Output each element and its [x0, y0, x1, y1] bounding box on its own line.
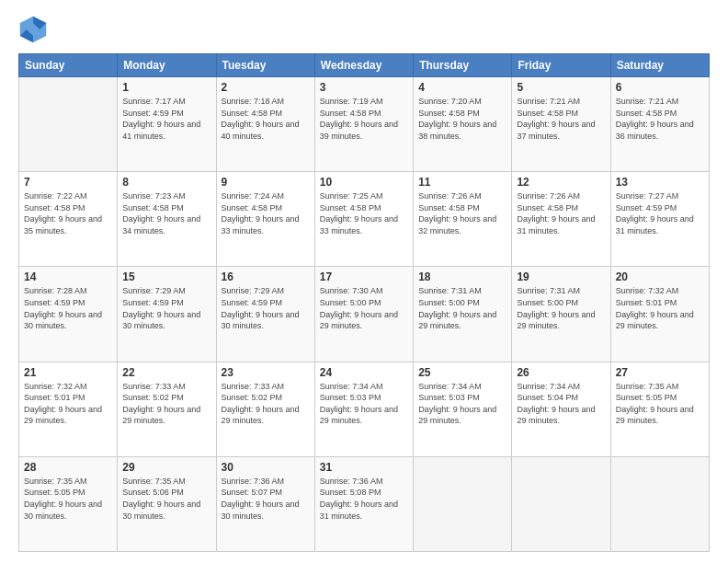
day-number: 30 [222, 461, 310, 474]
day-info: Sunrise: 7:32 AMSunset: 5:01 PMDaylight:… [24, 381, 112, 427]
day-info: Sunrise: 7:34 AMSunset: 5:03 PMDaylight:… [320, 381, 408, 427]
day-number: 6 [616, 81, 704, 94]
calendar-cell: 25Sunrise: 7:34 AMSunset: 5:03 PMDayligh… [414, 362, 512, 456]
calendar-cell: 30Sunrise: 7:36 AMSunset: 5:07 PMDayligh… [216, 456, 314, 551]
day-info: Sunrise: 7:33 AMSunset: 5:02 PMDaylight:… [222, 381, 310, 427]
header [18, 15, 710, 44]
day-number: 14 [24, 270, 112, 283]
calendar-cell: 20Sunrise: 7:32 AMSunset: 5:01 PMDayligh… [610, 267, 709, 362]
calendar-cell: 16Sunrise: 7:29 AMSunset: 4:59 PMDayligh… [216, 267, 314, 362]
calendar-cell: 28Sunrise: 7:35 AMSunset: 5:05 PMDayligh… [19, 456, 118, 551]
day-info: Sunrise: 7:36 AMSunset: 5:08 PMDaylight:… [320, 476, 408, 522]
calendar-cell: 17Sunrise: 7:30 AMSunset: 5:00 PMDayligh… [314, 267, 413, 362]
calendar-cell: 18Sunrise: 7:31 AMSunset: 5:00 PMDayligh… [414, 267, 512, 362]
calendar-cell: 24Sunrise: 7:34 AMSunset: 5:03 PMDayligh… [314, 362, 413, 456]
calendar-cell: 12Sunrise: 7:26 AMSunset: 4:58 PMDayligh… [512, 172, 610, 267]
day-info: Sunrise: 7:21 AMSunset: 4:58 PMDaylight:… [517, 96, 605, 142]
calendar-cell: 14Sunrise: 7:28 AMSunset: 4:59 PMDayligh… [19, 267, 118, 362]
day-number: 28 [24, 461, 112, 474]
day-number: 27 [616, 366, 704, 379]
day-info: Sunrise: 7:35 AMSunset: 5:05 PMDaylight:… [616, 381, 704, 427]
calendar-cell: 15Sunrise: 7:29 AMSunset: 4:59 PMDayligh… [118, 267, 216, 362]
day-number: 21 [24, 366, 112, 379]
day-info: Sunrise: 7:23 AMSunset: 4:58 PMDaylight:… [122, 190, 210, 236]
calendar-header-tuesday: Tuesday [216, 54, 314, 77]
calendar-week-row: 28Sunrise: 7:35 AMSunset: 5:05 PMDayligh… [19, 456, 710, 551]
day-info: Sunrise: 7:31 AMSunset: 5:00 PMDaylight:… [418, 285, 506, 331]
calendar-header-row: SundayMondayTuesdayWednesdayThursdayFrid… [19, 54, 710, 77]
day-info: Sunrise: 7:24 AMSunset: 4:58 PMDaylight:… [222, 190, 310, 236]
calendar-cell: 21Sunrise: 7:32 AMSunset: 5:01 PMDayligh… [19, 362, 118, 456]
day-number: 26 [517, 366, 605, 379]
calendar-cell: 23Sunrise: 7:33 AMSunset: 5:02 PMDayligh… [216, 362, 314, 456]
day-info: Sunrise: 7:33 AMSunset: 5:02 PMDaylight:… [122, 381, 210, 427]
calendar-cell: 27Sunrise: 7:35 AMSunset: 5:05 PMDayligh… [610, 362, 709, 456]
calendar-cell: 22Sunrise: 7:33 AMSunset: 5:02 PMDayligh… [118, 362, 216, 456]
day-number: 9 [222, 176, 310, 189]
day-number: 2 [222, 81, 310, 94]
day-number: 3 [320, 81, 408, 94]
calendar-week-row: 1Sunrise: 7:17 AMSunset: 4:59 PMDaylight… [19, 77, 710, 172]
calendar-cell: 2Sunrise: 7:18 AMSunset: 4:58 PMDaylight… [216, 77, 314, 172]
calendar-cell [19, 77, 118, 172]
calendar-cell: 4Sunrise: 7:20 AMSunset: 4:58 PMDaylight… [414, 77, 512, 172]
day-info: Sunrise: 7:26 AMSunset: 4:58 PMDaylight:… [418, 190, 506, 236]
day-info: Sunrise: 7:18 AMSunset: 4:58 PMDaylight:… [222, 96, 310, 142]
calendar-cell: 8Sunrise: 7:23 AMSunset: 4:58 PMDaylight… [118, 172, 216, 267]
logo-icon [18, 15, 48, 44]
calendar-week-row: 21Sunrise: 7:32 AMSunset: 5:01 PMDayligh… [19, 362, 710, 456]
calendar-cell [610, 456, 709, 551]
day-info: Sunrise: 7:29 AMSunset: 4:59 PMDaylight:… [122, 285, 210, 331]
calendar-cell: 7Sunrise: 7:22 AMSunset: 4:58 PMDaylight… [19, 172, 118, 267]
day-number: 19 [517, 270, 605, 283]
day-info: Sunrise: 7:20 AMSunset: 4:58 PMDaylight:… [418, 96, 506, 142]
day-number: 23 [222, 366, 310, 379]
calendar-cell: 13Sunrise: 7:27 AMSunset: 4:59 PMDayligh… [610, 172, 709, 267]
day-number: 24 [320, 366, 408, 379]
day-info: Sunrise: 7:31 AMSunset: 5:00 PMDaylight:… [517, 285, 605, 331]
day-info: Sunrise: 7:29 AMSunset: 4:59 PMDaylight:… [222, 285, 310, 331]
day-number: 29 [122, 461, 210, 474]
calendar-cell: 1Sunrise: 7:17 AMSunset: 4:59 PMDaylight… [118, 77, 216, 172]
day-info: Sunrise: 7:36 AMSunset: 5:07 PMDaylight:… [222, 476, 310, 522]
day-info: Sunrise: 7:25 AMSunset: 4:58 PMDaylight:… [320, 190, 408, 236]
day-number: 13 [616, 176, 704, 189]
calendar-header-saturday: Saturday [610, 54, 709, 77]
day-number: 15 [122, 270, 210, 283]
calendar-cell: 29Sunrise: 7:35 AMSunset: 5:06 PMDayligh… [118, 456, 216, 551]
calendar-cell: 9Sunrise: 7:24 AMSunset: 4:58 PMDaylight… [216, 172, 314, 267]
calendar-header-wednesday: Wednesday [314, 54, 413, 77]
calendar-cell: 26Sunrise: 7:34 AMSunset: 5:04 PMDayligh… [512, 362, 610, 456]
calendar-week-row: 14Sunrise: 7:28 AMSunset: 4:59 PMDayligh… [19, 267, 710, 362]
calendar-header-monday: Monday [118, 54, 216, 77]
calendar-header-sunday: Sunday [19, 54, 118, 77]
day-info: Sunrise: 7:35 AMSunset: 5:06 PMDaylight:… [122, 476, 210, 522]
calendar-header-thursday: Thursday [414, 54, 512, 77]
day-number: 20 [616, 270, 704, 283]
day-info: Sunrise: 7:28 AMSunset: 4:59 PMDaylight:… [24, 285, 112, 331]
day-number: 25 [418, 366, 506, 379]
calendar-cell [414, 456, 512, 551]
day-number: 8 [122, 176, 210, 189]
day-info: Sunrise: 7:27 AMSunset: 4:59 PMDaylight:… [616, 190, 704, 236]
page: SundayMondayTuesdayWednesdayThursdayFrid… [0, 0, 728, 563]
day-number: 4 [418, 81, 506, 94]
calendar-table: SundayMondayTuesdayWednesdayThursdayFrid… [18, 53, 710, 552]
calendar-cell: 19Sunrise: 7:31 AMSunset: 5:00 PMDayligh… [512, 267, 610, 362]
calendar-cell [512, 456, 610, 551]
day-info: Sunrise: 7:22 AMSunset: 4:58 PMDaylight:… [24, 190, 112, 236]
calendar-cell: 31Sunrise: 7:36 AMSunset: 5:08 PMDayligh… [314, 456, 413, 551]
calendar-cell: 3Sunrise: 7:19 AMSunset: 4:58 PMDaylight… [314, 77, 413, 172]
day-info: Sunrise: 7:30 AMSunset: 5:00 PMDaylight:… [320, 285, 408, 331]
day-number: 16 [222, 270, 310, 283]
day-number: 31 [320, 461, 408, 474]
day-number: 17 [320, 270, 408, 283]
day-number: 10 [320, 176, 408, 189]
day-info: Sunrise: 7:21 AMSunset: 4:58 PMDaylight:… [616, 96, 704, 142]
day-number: 12 [517, 176, 605, 189]
day-number: 1 [122, 81, 210, 94]
day-number: 5 [517, 81, 605, 94]
calendar-header-friday: Friday [512, 54, 610, 77]
day-number: 18 [418, 270, 506, 283]
day-info: Sunrise: 7:32 AMSunset: 5:01 PMDaylight:… [616, 285, 704, 331]
